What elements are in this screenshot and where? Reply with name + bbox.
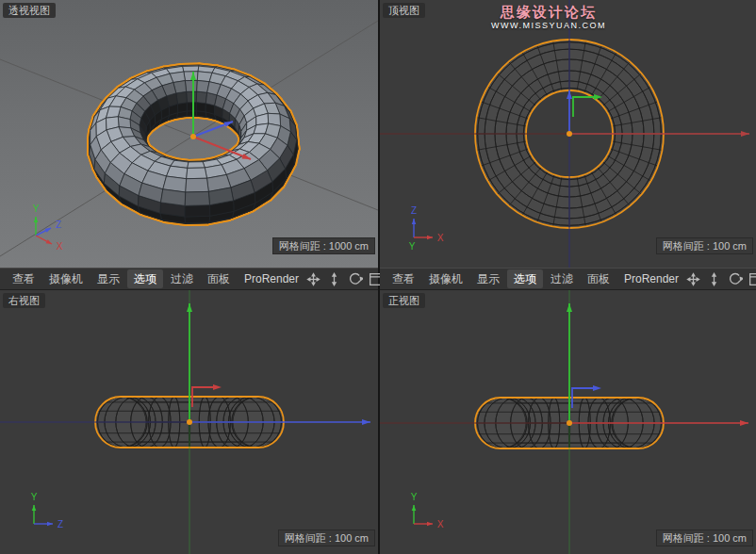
menu-item-显示[interactable]: 显示	[90, 269, 126, 288]
viewport-perspective[interactable]: YZX 透视视图 网格间距 : 1000 cm	[0, 0, 378, 268]
svg-text:Y: Y	[31, 492, 38, 502]
viewport-nav-icons	[305, 271, 386, 287]
top-view-canvas: ZXY	[380, 0, 756, 268]
dolly-icon[interactable]	[326, 271, 342, 287]
grid-spacing-label-top: 网格间距 : 100 cm	[656, 237, 753, 254]
front-view-canvas: YX	[380, 290, 756, 554]
viewport-top[interactable]: ZXY 顶视图 思缘设计论坛 WWW.MISSYUAN.COM 网格间距 : 1…	[380, 0, 756, 268]
menubar-right: 查看摄像机显示选项过滤面板ProRender	[380, 268, 756, 290]
menu-item-面板[interactable]: 面板	[581, 269, 616, 288]
right-view-canvas: YZ	[0, 290, 378, 554]
viewport-right[interactable]: YZ 右视图 网格间距 : 100 cm	[0, 290, 378, 554]
dolly-icon[interactable]	[706, 271, 722, 287]
viewport-title-right: 右视图	[3, 293, 45, 308]
svg-text:Z: Z	[411, 205, 417, 216]
menu-item-过滤[interactable]: 过滤	[164, 269, 200, 288]
svg-text:Y: Y	[409, 241, 416, 252]
svg-text:X: X	[437, 233, 444, 243]
maximize-icon[interactable]	[748, 271, 756, 287]
menu-item-显示[interactable]: 显示	[470, 269, 506, 288]
viewport-nav-icons	[685, 271, 756, 287]
svg-text:Z: Z	[58, 519, 63, 530]
pan-icon[interactable]	[305, 271, 321, 287]
viewport-title-top: 顶视图	[383, 3, 425, 18]
viewport-title-perspective: 透视视图	[3, 3, 56, 18]
menu-item-面板[interactable]: 面板	[201, 269, 237, 288]
menu-item-过滤[interactable]: 过滤	[544, 269, 580, 288]
viewport-front[interactable]: YX 正视图 网格间距 : 100 cm	[380, 290, 756, 554]
watermark-title: 思缘设计论坛	[480, 4, 617, 21]
grid-spacing-label-right: 网格间距 : 100 cm	[278, 530, 375, 546]
menu-item-选项[interactable]: 选项	[127, 269, 163, 288]
rotate-icon[interactable]	[727, 271, 743, 287]
menu-item-摄像机[interactable]: 摄像机	[422, 269, 469, 288]
c4d-four-view-window: YZX 透视视图 网格间距 : 1000 cm ZXY 顶视图 思缘设计论坛 W…	[0, 0, 756, 554]
menu-item-ProRender[interactable]: ProRender	[238, 269, 305, 288]
watermark: 思缘设计论坛 WWW.MISSYUAN.COM	[480, 4, 617, 31]
menu-item-ProRender[interactable]: ProRender	[617, 269, 685, 288]
grid-spacing-label-perspective: 网格间距 : 1000 cm	[272, 237, 375, 254]
watermark-url: WWW.MISSYUAN.COM	[480, 21, 617, 31]
svg-text:Y: Y	[411, 492, 418, 502]
pan-icon[interactable]	[685, 271, 701, 287]
svg-text:X: X	[437, 519, 444, 530]
rotate-icon[interactable]	[347, 271, 363, 287]
grid-spacing-label-front: 网格间距 : 100 cm	[656, 530, 753, 546]
menu-item-查看[interactable]: 查看	[386, 269, 421, 288]
perspective-canvas: YZX	[0, 0, 378, 268]
menu-item-查看[interactable]: 查看	[6, 269, 41, 288]
svg-text:Y: Y	[33, 204, 40, 214]
menu-item-摄像机[interactable]: 摄像机	[42, 269, 90, 288]
menu-item-选项[interactable]: 选项	[507, 269, 543, 288]
viewport-title-front: 正视图	[383, 293, 425, 308]
svg-text:X: X	[57, 241, 63, 252]
svg-text:Z: Z	[56, 220, 61, 230]
menubar-left: 查看摄像机显示选项过滤面板ProRender	[0, 268, 378, 290]
